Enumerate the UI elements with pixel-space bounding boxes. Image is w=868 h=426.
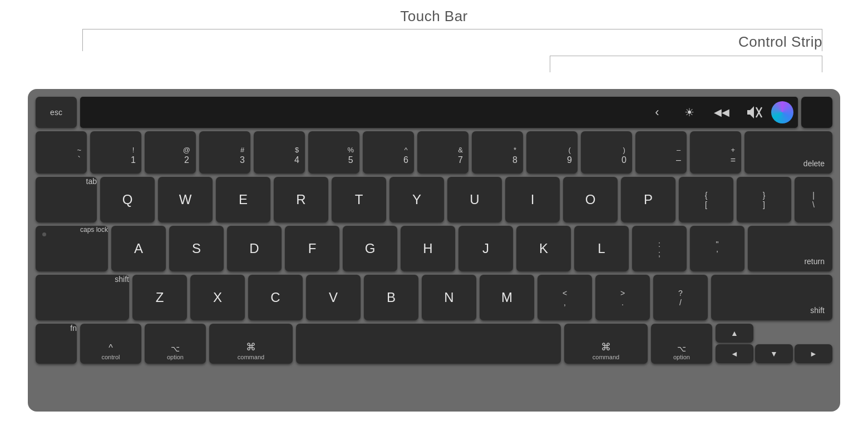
touch-bar-row: esc ‹ ☀ ◀◀ [36,97,832,128]
key-m[interactable]: M [480,275,534,320]
touch-bar-label: Touch Bar [400,8,468,25]
key-w[interactable]: W [158,177,213,222]
key-arrow-down[interactable]: ▼ [755,344,793,363]
key-4[interactable]: $4 [254,131,305,174]
key-6[interactable]: ^6 [363,131,414,174]
arrow-up-row: ▲ [716,324,832,343]
key-space[interactable] [296,324,561,364]
bottom-row: fn ^ control ⌥ option ⌘ command ⌘ comman… [36,324,832,364]
caps-lock-led [42,232,46,236]
arrow-cluster: ▲ ◄ ▼ ► [716,324,832,364]
touch-bar[interactable]: ‹ ☀ ◀◀ [80,97,798,128]
key-i[interactable]: I [505,177,560,222]
key-c[interactable]: C [248,275,303,320]
tb-mute-icon[interactable] [739,100,769,125]
key-o[interactable]: O [563,177,618,222]
key-period[interactable]: >. [595,275,650,320]
key-slash[interactable]: ?/ [653,275,708,320]
key-1[interactable]: !1 [90,131,141,174]
key-command-left[interactable]: ⌘ command [209,324,293,364]
key-backslash[interactable]: |\ [795,177,832,222]
key-0[interactable]: )0 [581,131,632,174]
tb-volume-icon[interactable]: ◀◀ [707,100,737,125]
key-equals[interactable]: += [690,131,741,174]
key-shift-right[interactable]: shift [711,275,832,320]
touch-bar-icons: ‹ ☀ ◀◀ [642,100,793,125]
key-command-right[interactable]: ⌘ command [564,324,648,364]
key-option-left[interactable]: ⌥ option [145,324,206,364]
key-v[interactable]: V [306,275,361,320]
key-f[interactable]: F [285,226,339,271]
key-power[interactable] [801,97,832,128]
key-8[interactable]: *8 [472,131,523,174]
key-delete[interactable]: delete [744,131,832,174]
tb-siri-icon[interactable] [771,101,793,123]
key-close-bracket[interactable]: }] [737,177,791,222]
key-7[interactable]: &7 [417,131,468,174]
qwerty-row: tab Q W E R T Y U I O P {[ }] |\ [36,177,832,222]
key-s[interactable]: S [169,226,224,271]
key-d[interactable]: D [227,226,282,271]
number-row: ~ ` !1 @2 #3 $4 %5 ^6 &7 *8 (9 )0 –– += … [36,131,832,174]
key-z[interactable]: Z [132,275,187,320]
key-semicolon[interactable]: :; [632,226,687,271]
key-9[interactable]: (9 [526,131,578,174]
key-h[interactable]: H [401,226,455,271]
key-shift-left[interactable]: shift [36,275,129,320]
key-option-right[interactable]: ⌥ option [651,324,712,364]
key-x[interactable]: X [190,275,245,320]
key-arrow-left[interactable]: ◄ [716,344,753,363]
key-y[interactable]: Y [389,177,444,222]
key-n[interactable]: N [422,275,476,320]
key-esc[interactable]: esc [36,97,77,128]
asdf-row: caps lock A S D F G H J K L :; "' return [36,226,832,271]
zxcv-row: shift Z X C V B N M <, >. ?/ shift [36,275,832,320]
tb-brightness-icon[interactable]: ☀ [674,100,704,125]
key-tab[interactable]: tab [36,177,97,222]
key-q[interactable]: Q [100,177,155,222]
key-comma[interactable]: <, [537,275,592,320]
key-t[interactable]: T [332,177,386,222]
key-control[interactable]: ^ control [80,324,141,364]
key-fn[interactable]: fn [36,324,77,364]
key-5[interactable]: %5 [308,131,359,174]
key-b[interactable]: B [364,275,418,320]
key-3[interactable]: #3 [199,131,250,174]
key-arrow-right[interactable]: ► [795,344,832,363]
arrow-bottom-row: ◄ ▼ ► [716,344,832,363]
key-e[interactable]: E [216,177,270,222]
key-a[interactable]: A [111,226,166,271]
key-open-bracket[interactable]: {[ [679,177,733,222]
tb-chevron-icon[interactable]: ‹ [642,100,672,125]
key-minus[interactable]: –– [635,131,687,174]
touch-bar-bracket [82,29,822,51]
key-p[interactable]: P [621,177,675,222]
key-arrow-up[interactable]: ▲ [716,324,753,343]
key-caps-lock[interactable]: caps lock [36,226,108,271]
key-l[interactable]: L [574,226,629,271]
key-return[interactable]: return [748,226,832,271]
key-2[interactable]: @2 [145,131,196,174]
key-k[interactable]: K [516,226,571,271]
control-strip-bracket [550,56,822,72]
key-j[interactable]: J [458,226,513,271]
keyboard: esc ‹ ☀ ◀◀ ~ ` [28,89,840,412]
key-g[interactable]: G [343,226,397,271]
key-tilde[interactable]: ~ ` [36,131,87,174]
key-quote[interactable]: "' [690,226,744,271]
key-r[interactable]: R [274,177,328,222]
key-u[interactable]: U [447,177,502,222]
